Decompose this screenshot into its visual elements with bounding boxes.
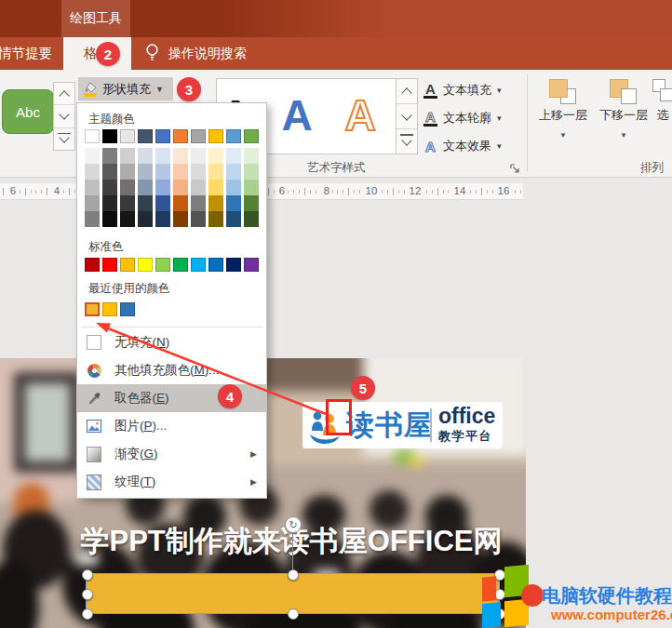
color-variant-swatch[interactable] xyxy=(226,180,241,195)
color-variant-swatch[interactable] xyxy=(138,164,153,180)
color-swatch[interactable] xyxy=(102,129,117,143)
menu-item-picture[interactable]: 图片(P)... xyxy=(77,412,266,440)
color-variant-swatch[interactable] xyxy=(191,211,206,227)
gallery-up-button[interactable] xyxy=(54,83,74,105)
color-swatch[interactable] xyxy=(208,258,223,272)
color-variant-swatch[interactable] xyxy=(244,211,259,227)
color-swatch[interactable] xyxy=(244,258,259,272)
selection-handle[interactable] xyxy=(82,589,93,600)
gallery-more-button[interactable] xyxy=(54,128,74,150)
color-swatch[interactable] xyxy=(85,129,100,143)
shape-fill-button[interactable]: 形状填充 ▼ xyxy=(78,77,173,100)
color-swatch[interactable] xyxy=(173,129,188,143)
selection-handle[interactable] xyxy=(288,569,299,581)
selection-handle[interactable] xyxy=(82,608,93,620)
color-swatch[interactable] xyxy=(173,258,188,272)
color-variant-swatch[interactable] xyxy=(120,211,135,227)
menu-item-color-wheel[interactable]: 其他填充颜色(M)... xyxy=(77,356,266,384)
color-variant-swatch[interactable] xyxy=(208,180,223,195)
color-variant-swatch[interactable] xyxy=(102,164,117,180)
wordart-style-orange[interactable]: A xyxy=(343,79,377,152)
menu-item-texture[interactable]: 纹理(T)▶ xyxy=(77,468,266,496)
color-variant-swatch[interactable] xyxy=(85,211,100,227)
color-variant-swatch[interactable] xyxy=(138,148,153,164)
color-variant-swatch[interactable] xyxy=(85,148,100,164)
color-swatch[interactable] xyxy=(226,258,241,272)
color-swatch[interactable] xyxy=(102,258,117,272)
color-variant-swatch[interactable] xyxy=(226,211,241,227)
color-variant-swatch[interactable] xyxy=(120,164,135,180)
color-variant-swatch[interactable] xyxy=(102,148,117,164)
color-swatch[interactable] xyxy=(120,129,135,143)
color-swatch[interactable] xyxy=(85,302,100,316)
text-effects-button[interactable]: A 文本效果 ▾ xyxy=(423,136,502,156)
color-variant-swatch[interactable] xyxy=(173,180,188,195)
gallery-up-button[interactable] xyxy=(396,79,417,104)
color-variant-swatch[interactable] xyxy=(191,195,206,211)
color-variant-swatch[interactable] xyxy=(85,164,100,180)
color-swatch[interactable] xyxy=(155,129,170,143)
color-swatch[interactable] xyxy=(191,129,206,143)
color-swatch[interactable] xyxy=(208,129,223,143)
color-variant-swatch[interactable] xyxy=(244,195,259,211)
color-variant-swatch[interactable] xyxy=(102,211,117,227)
color-variant-swatch[interactable] xyxy=(208,211,223,227)
color-variant-swatch[interactable] xyxy=(191,180,206,195)
color-variant-swatch[interactable] xyxy=(138,180,153,195)
color-swatch[interactable] xyxy=(244,129,259,143)
contextual-tab-header[interactable]: 绘图工具 xyxy=(61,0,130,37)
dialog-launcher-icon[interactable] xyxy=(510,161,520,171)
menu-item-no-fill[interactable]: 无填充(N) xyxy=(77,328,266,356)
shape-style-preview[interactable]: Abc xyxy=(2,89,54,134)
color-variant-swatch[interactable] xyxy=(155,148,170,164)
color-swatch[interactable] xyxy=(191,258,206,272)
color-variant-swatch[interactable] xyxy=(120,148,135,164)
color-variant-swatch[interactable] xyxy=(226,164,241,180)
color-variant-swatch[interactable] xyxy=(155,164,170,180)
color-variant-swatch[interactable] xyxy=(244,180,259,195)
color-variant-swatch[interactable] xyxy=(155,180,170,195)
color-variant-swatch[interactable] xyxy=(208,148,223,164)
bring-forward-button[interactable]: 上移一层 ▼ xyxy=(533,77,593,140)
color-swatch[interactable] xyxy=(138,258,153,272)
wordart-style-blue[interactable]: A xyxy=(280,79,314,152)
color-variant-swatch[interactable] xyxy=(102,180,117,195)
color-variant-swatch[interactable] xyxy=(173,195,188,211)
color-swatch[interactable] xyxy=(120,302,135,316)
color-variant-swatch[interactable] xyxy=(173,148,188,164)
gallery-more-button[interactable] xyxy=(396,129,417,154)
color-variant-swatch[interactable] xyxy=(85,195,100,211)
color-variant-swatch[interactable] xyxy=(226,195,241,211)
color-variant-swatch[interactable] xyxy=(138,211,153,227)
text-outline-button[interactable]: A 文本轮廓 ▾ xyxy=(423,108,502,128)
color-swatch[interactable] xyxy=(85,258,100,272)
color-variant-swatch[interactable] xyxy=(208,164,223,180)
color-variant-swatch[interactable] xyxy=(226,148,241,164)
tell-me-search[interactable]: 操作说明搜索 xyxy=(144,37,247,70)
selection-handle[interactable] xyxy=(82,569,93,581)
color-variant-swatch[interactable] xyxy=(120,195,135,211)
color-variant-swatch[interactable] xyxy=(102,195,117,211)
gallery-down-button[interactable] xyxy=(396,104,417,129)
color-variant-swatch[interactable] xyxy=(155,211,170,227)
menu-item-gradient[interactable]: 渐变(G)▶ xyxy=(77,440,266,468)
selection-handle[interactable] xyxy=(288,608,299,620)
tab-storyboard[interactable]: 情节提要 xyxy=(0,37,63,70)
color-swatch[interactable] xyxy=(138,129,153,143)
rotation-handle[interactable]: ↻ xyxy=(285,516,302,533)
color-variant-swatch[interactable] xyxy=(244,148,259,164)
color-variant-swatch[interactable] xyxy=(173,211,188,227)
color-swatch[interactable] xyxy=(120,258,135,272)
color-variant-swatch[interactable] xyxy=(155,195,170,211)
color-variant-swatch[interactable] xyxy=(208,195,223,211)
color-variant-swatch[interactable] xyxy=(191,148,206,164)
send-backward-button[interactable]: 下移一层 ▼ xyxy=(594,77,653,140)
color-variant-swatch[interactable] xyxy=(85,180,100,195)
color-variant-swatch[interactable] xyxy=(173,164,188,180)
color-variant-swatch[interactable] xyxy=(138,195,153,211)
color-swatch[interactable] xyxy=(155,258,170,272)
color-variant-swatch[interactable] xyxy=(244,164,259,180)
color-variant-swatch[interactable] xyxy=(120,180,135,195)
gallery-down-button[interactable] xyxy=(54,105,74,127)
color-swatch[interactable] xyxy=(226,129,241,143)
